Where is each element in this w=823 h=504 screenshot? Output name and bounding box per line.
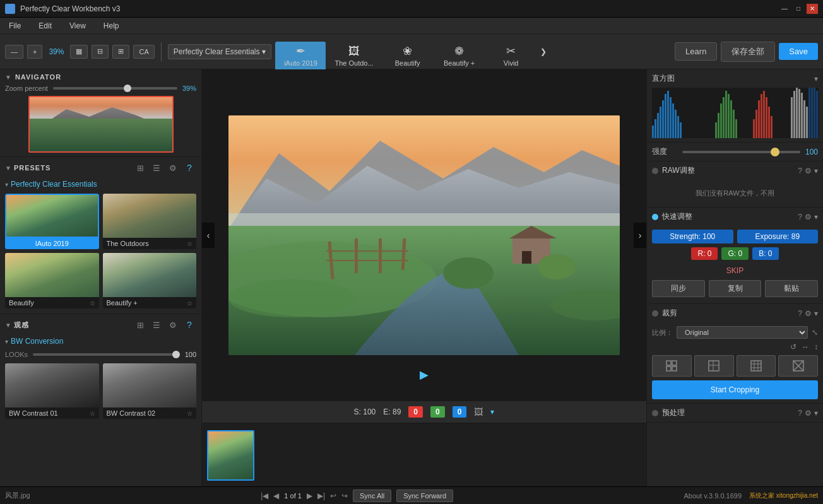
presets-subsection-header[interactable]: ▾ Perfectly Clear Essentials <box>0 177 201 191</box>
crop-grid-btn-3[interactable] <box>737 355 776 377</box>
flip-v-icon[interactable]: ↕ <box>814 343 818 351</box>
preprocess-header[interactable]: 预处理 ? ⚙ ▾ <box>647 404 823 422</box>
looks-card-bw-contrast-01[interactable]: BW Contrast 01 ☆ <box>5 363 99 419</box>
crop-header[interactable]: 裁剪 ? ⚙ ▾ <box>647 304 823 322</box>
navigator-header[interactable]: ▼ NAVIGATOR <box>5 73 196 81</box>
prev-page-button[interactable]: ◀ <box>273 491 279 500</box>
close-button[interactable]: ✕ <box>807 4 818 14</box>
looks-card-bw-contrast-02[interactable]: BW Contrast 02 ☆ <box>103 363 197 419</box>
looks-help-button[interactable]: ? <box>182 318 196 332</box>
crop-help-icon[interactable]: ? <box>798 309 802 318</box>
flip-h-icon[interactable]: ↔ <box>802 343 809 351</box>
sync-all-button[interactable]: Sync All <box>353 489 391 502</box>
presets-settings-button[interactable]: ⚙ <box>166 161 180 175</box>
looks-slider[interactable] <box>33 353 180 356</box>
undo-button[interactable]: ↩ <box>330 491 336 500</box>
view-compare-button[interactable]: ⊞ <box>112 45 129 59</box>
tab-iauto-2019[interactable]: ✒ iAuto 2019 <box>275 42 326 69</box>
filmstrip-photo-icon[interactable]: 🖼 <box>474 407 483 417</box>
maximize-button[interactable]: □ <box>793 4 804 14</box>
preset-card-beautify-plus[interactable]: Beautify + ☆ <box>103 253 197 308</box>
preset-card-iauto[interactable]: IAuto 2019 <box>5 194 99 249</box>
tab-beautify[interactable]: ❀ Beautify <box>382 42 433 69</box>
svg-rect-14 <box>522 251 531 264</box>
raw-adjust-content: 我们没有RAW文件，不用 <box>647 180 823 207</box>
sync-button[interactable]: 同步 <box>652 280 705 297</box>
paste-button[interactable]: 黏贴 <box>765 280 818 297</box>
rotate-icon[interactable]: ↺ <box>790 343 796 351</box>
tab-beautify-plus[interactable]: ❁ Beautify + <box>434 42 485 69</box>
save-button[interactable]: Save <box>779 43 818 60</box>
view-grid-button[interactable]: ▦ <box>70 45 88 59</box>
menu-help[interactable]: Help <box>100 20 123 32</box>
quick-adjust-header[interactable]: 快速调整 ? ⚙ ▾ <box>647 208 823 226</box>
menu-file[interactable]: File <box>5 20 25 32</box>
preset-dropdown[interactable]: Perfectly Clear Essentials ▾ <box>168 44 272 59</box>
zoom-slider[interactable] <box>53 87 177 90</box>
crop-expand-icon[interactable]: ⤡ <box>812 328 818 337</box>
looks-star-bw01[interactable]: ☆ <box>90 410 95 417</box>
next-page-button[interactable]: ▶ <box>307 491 312 500</box>
ca-button[interactable]: CA <box>133 45 154 59</box>
zoom-plus-button[interactable]: + <box>27 45 42 59</box>
crop-settings-icon[interactable]: ⚙ <box>805 309 812 318</box>
histogram-expand-icon[interactable]: ▾ <box>814 74 818 83</box>
image-area: ‹ <box>202 69 646 401</box>
zoom-row: Zoom percent 39% <box>5 85 196 92</box>
preprocess-help-icon[interactable]: ? <box>798 409 802 418</box>
zoom-minus-button[interactable]: — <box>5 45 23 59</box>
copy-button[interactable]: 复制 <box>709 280 762 297</box>
quick-help-icon[interactable]: ? <box>798 213 802 221</box>
looks-settings-button[interactable]: ⚙ <box>166 318 180 332</box>
menu-edit[interactable]: Edit <box>35 20 56 32</box>
preset-star-beautify-plus[interactable]: ☆ <box>187 300 192 307</box>
looks-grid-view-button[interactable]: ⊞ <box>133 318 147 332</box>
preset-card-outdoors[interactable]: The Outdoors ☆ <box>103 194 197 249</box>
crop-collapse-icon[interactable]: ▾ <box>814 309 818 318</box>
presets-list-view-button[interactable]: ☰ <box>150 161 163 175</box>
preprocess-title: 预处理 <box>662 407 794 418</box>
tab-right-arrow[interactable]: ❯ <box>538 47 549 56</box>
last-page-button[interactable]: ▶| <box>317 491 325 500</box>
looks-list-view-button[interactable]: ☰ <box>150 318 163 332</box>
save-all-button[interactable]: 保存全部 <box>721 42 775 62</box>
crop-ratio-select[interactable]: Original <box>677 326 808 339</box>
preset-star-beautify[interactable]: ☆ <box>90 300 95 307</box>
looks-star-bw02[interactable]: ☆ <box>187 410 192 417</box>
quick-collapse-icon[interactable]: ▾ <box>814 213 818 221</box>
preset-card-beautify[interactable]: Beautify ☆ <box>5 253 99 308</box>
skip-button[interactable]: SKIP <box>652 264 818 278</box>
view-split-button[interactable]: ⊟ <box>92 45 109 59</box>
raw-collapse-icon[interactable]: ▾ <box>814 167 818 175</box>
redo-button[interactable]: ↪ <box>341 491 348 500</box>
preprocess-settings-icon[interactable]: ⚙ <box>805 409 812 418</box>
presets-help-button[interactable]: ? <box>182 161 196 175</box>
filmstrip-thumb-1[interactable] <box>207 430 254 481</box>
raw-help-icon[interactable]: ? <box>798 167 802 175</box>
raw-settings-icon[interactable]: ⚙ <box>805 167 812 175</box>
looks-subsection-header[interactable]: ▾ BW Conversion <box>0 334 201 348</box>
minimize-button[interactable]: — <box>779 4 790 14</box>
menu-view[interactable]: View <box>66 20 90 32</box>
crop-grid-btn-2[interactable] <box>694 355 734 377</box>
presets-grid-view-button[interactable]: ⊞ <box>133 161 147 175</box>
file-name: 风景.jpg <box>5 491 30 500</box>
first-page-button[interactable]: |◀ <box>261 491 268 500</box>
tab-outdoors[interactable]: 🖼 The Outdo... <box>327 42 381 69</box>
next-image-button[interactable]: › <box>634 223 646 248</box>
sync-forward-button[interactable]: Sync Forward <box>396 489 453 502</box>
crop-grid-btn-4[interactable] <box>778 355 818 377</box>
quick-settings-icon[interactable]: ⚙ <box>805 213 812 221</box>
prev-image-button[interactable]: ‹ <box>202 223 215 248</box>
svg-rect-26 <box>670 97 672 138</box>
learn-button[interactable]: Learn <box>675 42 717 61</box>
start-cropping-button[interactable]: Start Cropping <box>652 380 818 399</box>
raw-adjust-header[interactable]: RAW调整 ? ⚙ ▾ <box>647 161 823 180</box>
preprocess-collapse-icon[interactable]: ▾ <box>814 409 818 418</box>
play-button[interactable]: ▶ <box>420 368 429 382</box>
strength-slider[interactable] <box>682 151 800 153</box>
svg-rect-54 <box>806 107 808 138</box>
tab-vivid[interactable]: ✂ Vivid <box>486 42 536 69</box>
preset-star-outdoors[interactable]: ☆ <box>187 240 192 247</box>
crop-grid-btn-1[interactable] <box>652 355 692 377</box>
